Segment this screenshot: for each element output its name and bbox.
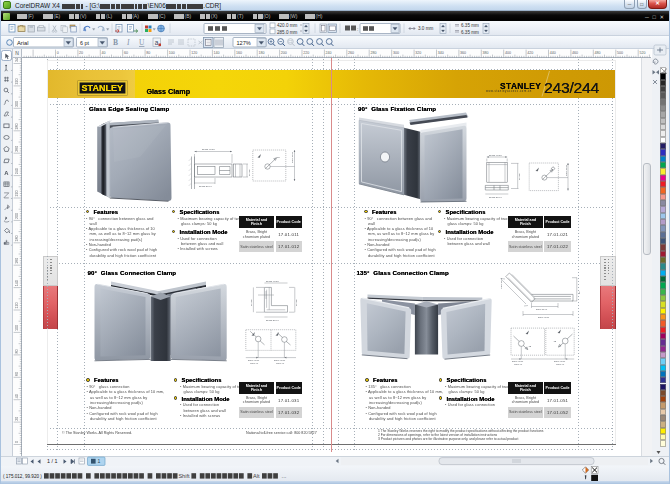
svg-text:...: ... — [282, 473, 287, 479]
svg-text:120: 120 — [15, 303, 19, 309]
svg-text:B: B — [113, 38, 118, 47]
svg-text:320: 320 — [15, 79, 19, 85]
svg-text:420.0 mm: 420.0 mm — [277, 23, 298, 28]
svg-text:a: a — [155, 39, 159, 46]
svg-text:340: 340 — [438, 51, 444, 55]
svg-text:500: 500 — [617, 51, 623, 55]
svg-text:6 pt: 6 pt — [80, 40, 89, 46]
svg-text:0: 0 — [57, 51, 59, 55]
svg-text:40: 40 — [102, 51, 106, 55]
svg-text:240: 240 — [326, 51, 332, 55]
svg-text:300: 300 — [393, 51, 399, 55]
svg-text:285.0 mm: 285.0 mm — [277, 30, 298, 35]
svg-text:140: 140 — [15, 280, 19, 286]
svg-text:380: 380 — [483, 51, 489, 55]
svg-text:160: 160 — [15, 258, 19, 264]
svg-text:180: 180 — [15, 235, 19, 241]
svg-text:400: 400 — [505, 51, 511, 55]
svg-text:200: 200 — [15, 213, 19, 219]
svg-text:480: 480 — [595, 51, 601, 55]
svg-text:460: 460 — [572, 51, 578, 55]
svg-text:280: 280 — [15, 123, 19, 129]
svg-text:420: 420 — [527, 51, 533, 55]
svg-text:280: 280 — [370, 51, 376, 55]
svg-text:A: A — [4, 170, 9, 176]
svg-text:20: 20 — [15, 417, 19, 421]
svg-text:Shift: Shift — [178, 473, 190, 479]
svg-text:180: 180 — [258, 51, 264, 55]
svg-text:260: 260 — [15, 146, 19, 152]
svg-text:6.35 mm: 6.35 mm — [461, 30, 479, 35]
svg-text:I: I — [126, 38, 130, 47]
svg-text:220: 220 — [15, 191, 19, 197]
svg-text:20: 20 — [79, 51, 83, 55]
svg-text::: : — [357, 26, 358, 32]
svg-text:Arial: Arial — [17, 40, 29, 46]
svg-text:60: 60 — [15, 372, 19, 376]
svg-text:U: U — [139, 38, 145, 47]
svg-text:1 / 1: 1 / 1 — [47, 458, 58, 464]
svg-text:80: 80 — [146, 51, 150, 55]
svg-text:440: 440 — [550, 51, 556, 55]
svg-text:360: 360 — [460, 51, 466, 55]
svg-text:1: 1 — [98, 458, 101, 464]
svg-text:220: 220 — [303, 51, 309, 55]
svg-text:320: 320 — [415, 51, 421, 55]
svg-text:120: 120 — [191, 51, 197, 55]
svg-text:Alt: Alt — [253, 473, 260, 479]
svg-text:300: 300 — [15, 101, 19, 107]
svg-text:3.0 mm: 3.0 mm — [418, 26, 433, 31]
svg-text:100: 100 — [169, 51, 175, 55]
svg-text:160: 160 — [236, 51, 242, 55]
svg-text:340: 340 — [15, 58, 19, 62]
svg-text:40: 40 — [15, 394, 19, 398]
svg-text:60: 60 — [124, 51, 128, 55]
svg-text:127%: 127% — [237, 40, 251, 46]
svg-text:100: 100 — [15, 325, 19, 331]
svg-text:260: 260 — [348, 51, 354, 55]
svg-text:200: 200 — [281, 51, 287, 55]
svg-text:520: 520 — [639, 51, 645, 55]
svg-text:140: 140 — [214, 51, 220, 55]
svg-text:240: 240 — [15, 168, 19, 174]
svg-text:6.35 mm: 6.35 mm — [461, 23, 479, 28]
svg-text:0: 0 — [15, 441, 19, 443]
svg-text:80: 80 — [15, 350, 19, 354]
